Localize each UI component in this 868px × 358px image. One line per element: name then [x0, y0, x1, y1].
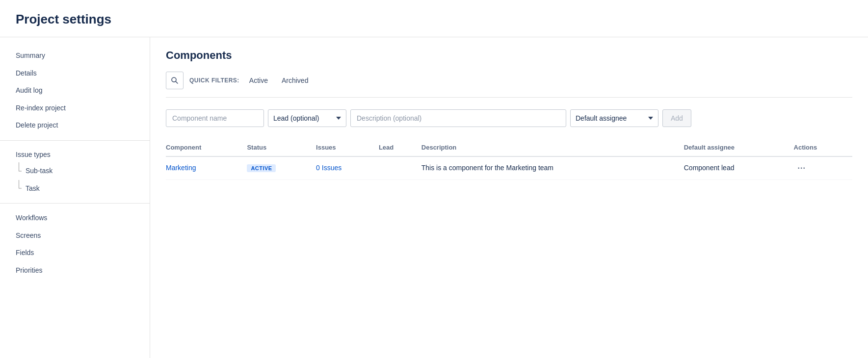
col-default-assignee: Default assignee — [684, 139, 794, 156]
section-title: Components — [166, 49, 852, 62]
issues-link[interactable]: 0 Issues — [316, 164, 342, 172]
col-status: Status — [247, 139, 316, 156]
svg-point-0 — [172, 77, 176, 82]
sidebar-divider-2 — [0, 203, 150, 204]
table-row: Marketing ACTIVE 0 Issues This is a comp… — [166, 156, 852, 180]
col-issues: Issues — [316, 139, 379, 156]
page-container: Project settings Summary Details Audit l… — [0, 0, 868, 358]
component-name-input[interactable] — [166, 109, 264, 127]
sidebar-item-audit-log[interactable]: Audit log — [0, 82, 150, 100]
filter-bar: QUICK FILTERS: Active Archived — [166, 72, 852, 98]
col-lead: Lead — [379, 139, 421, 156]
cell-description: This is a component for the Marketing te… — [421, 156, 684, 180]
sidebar-item-priorities[interactable]: Priorities — [0, 262, 150, 280]
cell-lead — [379, 156, 421, 180]
col-description: Description — [421, 139, 684, 156]
search-icon — [171, 77, 179, 84]
components-table: Component Status Issues Lead Description… — [166, 139, 852, 180]
sidebar-item-reindex[interactable]: Re-index project — [0, 100, 150, 117]
page-title: Project settings — [16, 12, 852, 27]
cell-actions: ··· — [794, 156, 852, 180]
default-assignee-select[interactable]: Default assigneeProject defaultComponent… — [570, 109, 658, 127]
table-body: Marketing ACTIVE 0 Issues This is a comp… — [166, 156, 852, 180]
filter-archived[interactable]: Archived — [278, 75, 312, 86]
filter-active[interactable]: Active — [245, 75, 272, 86]
component-link-marketing[interactable]: Marketing — [166, 164, 196, 172]
svg-line-1 — [176, 82, 178, 84]
sidebar-item-screens[interactable]: Screens — [0, 227, 150, 245]
add-component-row: Lead (optional) Default assigneeProject … — [166, 109, 852, 127]
col-actions: Actions — [794, 139, 852, 156]
status-badge: ACTIVE — [247, 164, 276, 172]
description-input[interactable] — [350, 109, 566, 127]
search-button[interactable] — [166, 72, 184, 89]
sidebar-item-subtask[interactable]: Sub-task — [0, 162, 150, 180]
cell-default-assignee: Component lead — [684, 156, 794, 180]
page-header: Project settings — [0, 0, 868, 37]
lead-select[interactable]: Lead (optional) — [268, 109, 346, 127]
sidebar-item-details[interactable]: Details — [0, 65, 150, 82]
add-button[interactable]: Add — [662, 109, 691, 127]
sidebar-divider-1 — [0, 140, 150, 141]
cell-issues: 0 Issues — [316, 156, 379, 180]
quick-filters-label: QUICK FILTERS: — [189, 77, 239, 84]
cell-status: ACTIVE — [247, 156, 316, 180]
col-component: Component — [166, 139, 247, 156]
content-area: Summary Details Audit log Re-index proje… — [0, 37, 868, 358]
sidebar-item-summary[interactable]: Summary — [0, 47, 150, 65]
sidebar-item-delete[interactable]: Delete project — [0, 117, 150, 134]
sidebar-item-task[interactable]: Task — [0, 180, 150, 198]
sidebar: Summary Details Audit log Re-index proje… — [0, 37, 150, 358]
table-header: Component Status Issues Lead Description… — [166, 139, 852, 156]
issue-types-label: Issue types — [0, 147, 150, 162]
main-content: Components QUICK FILTERS: Active Archive… — [150, 37, 868, 358]
sidebar-item-fields[interactable]: Fields — [0, 244, 150, 262]
sidebar-item-workflows[interactable]: Workflows — [0, 209, 150, 227]
cell-component: Marketing — [166, 156, 247, 180]
actions-menu-button[interactable]: ··· — [794, 162, 810, 174]
